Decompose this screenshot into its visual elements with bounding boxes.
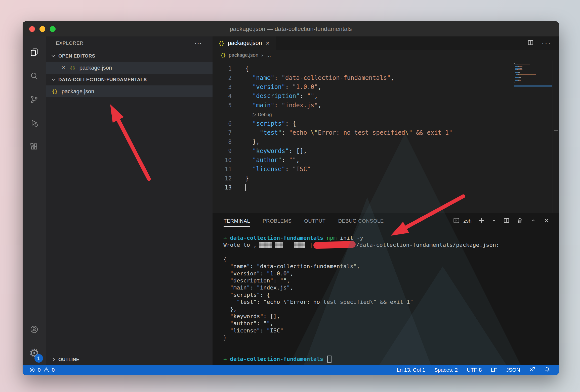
- editor-line-13[interactable]: 13: [213, 183, 512, 192]
- accounts-icon[interactable]: [23, 318, 46, 341]
- close-panel-icon[interactable]: [543, 217, 550, 225]
- search-icon[interactable]: [23, 64, 46, 88]
- minimize-window-button[interactable]: [39, 26, 45, 32]
- indentation[interactable]: Spaces: 2: [434, 367, 458, 373]
- tab-terminal[interactable]: TERMINAL: [224, 217, 250, 225]
- terminal-line: Wrote to ,|/data-collection-fundamentals…: [223, 241, 559, 248]
- json-file-icon: {}: [70, 65, 75, 71]
- new-terminal-icon[interactable]: [478, 217, 485, 225]
- redaction-marker: [313, 241, 356, 249]
- outline-section[interactable]: OUTLINE: [46, 354, 213, 365]
- terminal-line: "version": "1.0.0",: [223, 270, 559, 277]
- split-editor-icon[interactable]: [527, 39, 534, 47]
- close-window-button[interactable]: [29, 26, 35, 32]
- editor-line-8[interactable]: 8 },: [213, 137, 512, 146]
- warnings-count: 0: [52, 367, 55, 373]
- source-control-icon[interactable]: [23, 88, 46, 111]
- run-debug-icon[interactable]: [23, 111, 46, 135]
- line-number: 4: [213, 93, 245, 99]
- terminal-line: → data-collection-fundamentals npm init …: [223, 234, 559, 241]
- terminal-line: },: [223, 306, 559, 313]
- tab-problems[interactable]: PROBLEMS: [263, 217, 292, 225]
- editor-line-11[interactable]: 11 "license": "ISC": [213, 165, 512, 174]
- language-mode[interactable]: JSON: [506, 367, 520, 373]
- editor-line-2[interactable]: 2 "name": "data-collection-fundamentals"…: [213, 73, 512, 82]
- redacted-blur: [259, 242, 272, 248]
- chevron-right-icon: [51, 357, 57, 363]
- problems-status[interactable]: 0 0: [23, 367, 55, 373]
- editor-line-10[interactable]: 10 "author": "",: [213, 156, 512, 165]
- editor-line-1[interactable]: 1{: [213, 64, 512, 73]
- shell-name[interactable]: zsh: [463, 218, 472, 224]
- line-number: 13: [213, 184, 245, 191]
- notifications-bell-icon[interactable]: [544, 366, 550, 374]
- code-editor[interactable]: 1{2 "name": "data-collection-fundamental…: [213, 61, 559, 213]
- cursor-position[interactable]: Ln 13, Col 1: [397, 367, 425, 373]
- explorer-sidebar: EXPLORER ⋯ OPEN EDITORS ✕ {} package.jso…: [46, 36, 213, 365]
- extensions-icon[interactable]: [23, 135, 46, 159]
- minimap-current-line: [514, 85, 552, 87]
- terminal-output[interactable]: → data-collection-fundamentals npm init …: [213, 229, 559, 363]
- panel-header: TERMINAL PROBLEMS OUTPUT DEBUG CONSOLE z…: [213, 213, 559, 229]
- close-tab-icon[interactable]: ✕: [265, 40, 270, 46]
- editor-line-5[interactable]: 5 "main": "index.js",: [213, 101, 512, 110]
- line-number: 8: [213, 138, 245, 145]
- editor-line-9[interactable]: 9 "keywords": [],: [213, 146, 512, 156]
- eol-sequence[interactable]: LF: [491, 367, 497, 373]
- minimap[interactable]: [514, 63, 552, 87]
- folder-section[interactable]: DATA-COLLECTION-FUNDAMENTALS: [46, 74, 213, 85]
- desktop: package.json — data-collection-fundament…: [0, 0, 580, 392]
- explorer-more-actions-icon[interactable]: ⋯: [194, 39, 202, 48]
- settings-gear-icon[interactable]: ⚙1: [23, 341, 46, 365]
- json-file-icon: {}: [221, 53, 226, 58]
- explorer-icon[interactable]: [23, 40, 46, 64]
- launch-profile-chevron-icon[interactable]: [491, 218, 496, 224]
- line-number: 5: [213, 102, 245, 109]
- terminal-line: [223, 348, 559, 355]
- settings-badge: 1: [34, 354, 43, 363]
- kill-terminal-icon[interactable]: [516, 217, 523, 225]
- tab-output[interactable]: OUTPUT: [304, 217, 325, 225]
- tab-package-json[interactable]: {} package.json ✕: [213, 36, 276, 50]
- open-editor-item-package-json[interactable]: ✕ {} package.json: [46, 62, 213, 74]
- breadcrumb-more[interactable]: …: [266, 52, 271, 58]
- terminal-shell-icon: [453, 217, 460, 225]
- terminal-cursor: [327, 356, 332, 363]
- open-editors-section[interactable]: OPEN EDITORS: [46, 50, 213, 62]
- tab-debug-console[interactable]: DEBUG CONSOLE: [338, 217, 384, 225]
- editor-line-7[interactable]: 7 "test": "echo \"Error: no test specifi…: [213, 128, 512, 137]
- line-number: 9: [213, 148, 245, 154]
- editor-line-6[interactable]: 6 "scripts": {: [213, 119, 512, 128]
- terminal-line: }: [223, 334, 559, 341]
- line-number: 7: [213, 129, 245, 136]
- line-number: 1: [213, 65, 245, 72]
- terminal-line: "main": "index.js",: [223, 284, 559, 291]
- editor-line-4[interactable]: 4 "description": "",: [213, 91, 512, 101]
- activity-bar: ⚙1: [23, 36, 46, 365]
- terminal-line: [223, 341, 559, 348]
- editor-line-12[interactable]: 12}: [213, 174, 512, 183]
- editor-line-3[interactable]: 3 "version": "1.0.0",: [213, 82, 512, 91]
- redacted-blur: [275, 242, 283, 248]
- feedback-icon[interactable]: [529, 366, 535, 374]
- redacted-blur: [294, 242, 305, 248]
- codelens-debug[interactable]: ▷ Debug: [213, 110, 553, 119]
- close-editor-icon[interactable]: ✕: [61, 65, 66, 71]
- scrollbar-thumb[interactable]: [554, 130, 558, 131]
- json-file-icon: {}: [52, 89, 58, 94]
- zoom-window-button[interactable]: [50, 26, 56, 32]
- window-controls: [29, 21, 56, 36]
- title-bar: package.json — data-collection-fundament…: [23, 21, 559, 36]
- editor-more-actions-icon[interactable]: ···: [542, 39, 551, 47]
- errors-icon: [29, 367, 35, 373]
- editor-tab-bar: {} package.json ✕ ···: [213, 36, 559, 50]
- encoding[interactable]: UTF-8: [467, 367, 482, 373]
- split-terminal-icon[interactable]: [503, 217, 510, 225]
- terminal-panel: TERMINAL PROBLEMS OUTPUT DEBUG CONSOLE z…: [213, 213, 559, 365]
- terminal-line: "license": "ISC": [223, 327, 559, 334]
- json-file-icon: {}: [219, 40, 224, 46]
- breadcrumb-file[interactable]: package.json: [229, 52, 258, 58]
- warnings-icon: [43, 367, 49, 373]
- maximize-panel-icon[interactable]: [530, 217, 536, 225]
- file-item-package-json[interactable]: {} package.json: [46, 85, 213, 97]
